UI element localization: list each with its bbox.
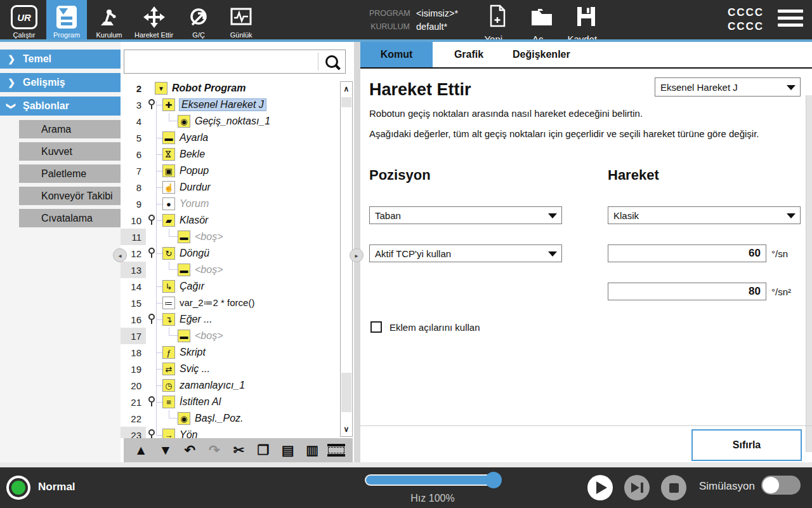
loop-icon: ↻ — [162, 247, 175, 260]
tree-row[interactable]: 14 ↳ Çağır — [121, 278, 354, 295]
cut-button[interactable]: ✂ — [229, 441, 248, 460]
copy-button[interactable]: ❐ — [254, 441, 273, 460]
nav-tab-hareket-ettir[interactable]: Hareket Ettir — [131, 0, 176, 41]
delete-button[interactable]: ▥ — [303, 441, 322, 460]
sidebar-template-item[interactable]: Konveyör Takibi — [19, 187, 121, 205]
nav-tab-kurulum[interactable]: Kurulum — [89, 0, 129, 41]
tree-row[interactable]: 7 ▣ Popup — [121, 163, 354, 179]
tree-row[interactable]: 13 ▬ <boş> — [121, 262, 354, 278]
sidebar-template-item[interactable]: Arama — [19, 120, 121, 138]
tcp-dropdown[interactable]: Aktif TCP'yi kullan — [369, 244, 562, 262]
joint-angles-checkbox[interactable] — [370, 321, 382, 333]
movement-controls-dropdown[interactable]: Klasik — [608, 206, 801, 224]
tree-row[interactable]: 6 ⋈ Bekle — [121, 146, 354, 163]
sidebar-template-item[interactable]: Paletleme — [19, 164, 121, 183]
sidebar-template-item[interactable]: Kuvvet — [19, 142, 121, 161]
simulation-toggle-knob[interactable] — [763, 477, 779, 493]
tree-row[interactable]: 18 ƒ Skript — [121, 344, 354, 361]
inspector-scrollbar[interactable] — [806, 95, 812, 452]
nav-tab-program[interactable]: Program — [46, 0, 87, 41]
waypoint-icon: ◉ — [178, 412, 190, 425]
feature-dropdown[interactable]: Taban — [369, 206, 562, 224]
step-button[interactable] — [624, 475, 650, 500]
hamburger-menu-icon[interactable] — [778, 10, 803, 30]
play-button[interactable] — [587, 475, 613, 500]
tree-node-label: Robot Program — [172, 83, 246, 94]
tree-row[interactable]: 20 ◷ zamanlayıcı_1 — [121, 377, 354, 394]
scroll-down-icon[interactable]: ∨ — [341, 422, 352, 436]
tree-row[interactable]: 22 ◉ Başl._Poz. — [121, 410, 354, 427]
tree-row[interactable]: 8 ☝ Durdur — [121, 179, 354, 196]
stop-button[interactable] — [661, 475, 686, 500]
paste-button[interactable]: ▤ — [278, 441, 298, 460]
tree-row[interactable]: 9 ● Yorum — [121, 196, 354, 212]
scrollbar-thumb[interactable] — [341, 97, 351, 107]
collapse-pin-icon[interactable] — [148, 314, 155, 320]
tab-grafik[interactable]: Grafik — [433, 42, 505, 67]
collapse-pin-icon[interactable] — [148, 99, 155, 105]
collapse-pin-icon[interactable] — [148, 248, 155, 254]
nav-tab-label: Günlük — [230, 31, 252, 39]
tab-degiskenler[interactable]: Değişkenler — [505, 42, 578, 67]
brand-line-1: CCCC — [728, 6, 764, 20]
collapse-pin-icon[interactable] — [148, 215, 155, 221]
undo-button[interactable]: ↶ — [180, 441, 199, 460]
ur-logo-text: UR — [11, 5, 37, 29]
tab-label: Değişkenler — [513, 49, 570, 60]
scrollbar-thumb[interactable] — [341, 373, 351, 412]
tree-row[interactable]: 2 ▼ Robot Program — [121, 80, 354, 97]
tree-row[interactable]: 16 ↴ Eğer ... — [121, 311, 354, 328]
tree-row[interactable]: 5 ▬ Ayarla — [121, 130, 354, 146]
nav-tab-gunluk[interactable]: Günlük — [221, 0, 261, 41]
comment-bubble-icon: ● — [162, 197, 175, 210]
tree-row[interactable]: 10 ▰ Klasör — [121, 212, 354, 229]
line-number: 10 — [121, 212, 146, 229]
speed-slider[interactable] — [365, 474, 501, 486]
robot-status-icon[interactable] — [6, 476, 30, 500]
line-number: 5 — [121, 130, 146, 146]
collapse-pin-icon[interactable] — [148, 396, 155, 403]
nav-tab-calistir[interactable]: UR Çalıştır — [4, 0, 44, 41]
tree-row[interactable]: 15 ≔ var_2≔2 * force() — [121, 295, 354, 311]
redo-button[interactable]: ↷ — [205, 441, 224, 460]
move-type-value: Eksenel Hareket J — [660, 82, 738, 93]
tree-row[interactable]: 12 ↻ Döngü — [121, 245, 354, 262]
scroll-up-icon[interactable]: ∧ — [341, 82, 352, 96]
tree-row[interactable]: 4 ◉ Geçiş_noktası_1 — [121, 113, 354, 130]
search-button[interactable] — [318, 50, 345, 73]
sidebar-section[interactable]: ❯ Temel — [0, 50, 121, 69]
use-joint-angles-row: Eklem açılarını kullan — [370, 321, 480, 333]
nav-tab-gc[interactable]: G/Ç — [178, 0, 219, 41]
joint-accel-input[interactable]: 80 — [608, 283, 766, 300]
tab-komut[interactable]: Komut — [360, 42, 433, 67]
tcp-label: TCP'yi ayarlayın — [369, 231, 567, 241]
collapse-right-handle[interactable]: ▸ — [350, 248, 363, 262]
tree-row[interactable]: 23 → Yön — [121, 427, 354, 438]
move-down-button[interactable]: ▼ — [156, 441, 175, 460]
reset-button[interactable]: Sıfırla — [691, 429, 802, 461]
tree-node-label: Durdur — [180, 182, 211, 193]
joint-speed-input[interactable]: 60 — [608, 244, 766, 262]
tree-row[interactable]: 19 ⇄ Sviç ... — [121, 361, 354, 377]
suppress-button[interactable] — [327, 444, 345, 457]
sidebar-template-item[interactable]: Cıvatalama — [19, 209, 121, 227]
tree-node-label: var_2≔2 * force() — [180, 297, 254, 309]
tree-row[interactable]: 17 ▬ <boş> — [121, 328, 354, 344]
move-type-dropdown[interactable]: Eksenel Hareket J — [655, 77, 801, 97]
nav-tab-label: Hareket Ettir — [134, 31, 173, 39]
sidebar-section[interactable]: ❯ Şablonlar — [0, 97, 121, 116]
speed-slider-knob[interactable] — [485, 472, 502, 488]
tree-row[interactable]: 11 ▬ <boş> — [121, 229, 354, 245]
tree-row[interactable]: 3 ✚ Eksenel Hareket J — [121, 97, 354, 113]
line-number: 22 — [121, 410, 146, 427]
feature-label: Özellik — [369, 192, 567, 203]
collapse-pin-icon[interactable] — [148, 429, 155, 436]
panel-splitter[interactable]: ▸ — [354, 42, 360, 462]
position-heading: Pozisyon — [369, 167, 567, 186]
move-up-button[interactable]: ▲ — [131, 441, 150, 460]
tree-row[interactable]: 21 ≡ İstiften Al — [121, 394, 354, 410]
simulation-toggle[interactable] — [761, 476, 801, 495]
search-input[interactable] — [124, 52, 318, 71]
sidebar-section[interactable]: ❯ Gelişmiş — [0, 73, 121, 92]
collapse-left-handle[interactable]: ◂ — [113, 248, 127, 262]
